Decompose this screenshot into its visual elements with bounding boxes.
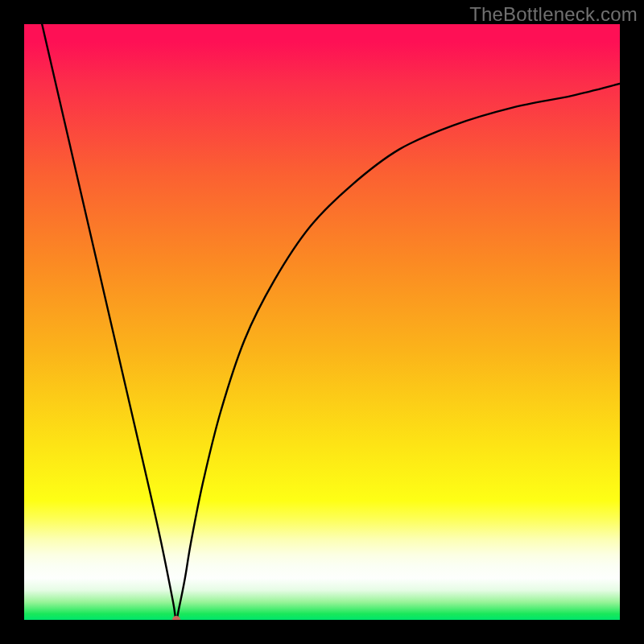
chart-frame: TheBottleneck.com xyxy=(0,0,644,644)
bottleneck-curve xyxy=(24,24,620,620)
minimum-marker xyxy=(172,616,180,620)
plot-area xyxy=(24,24,620,620)
watermark-text: TheBottleneck.com xyxy=(469,3,638,26)
